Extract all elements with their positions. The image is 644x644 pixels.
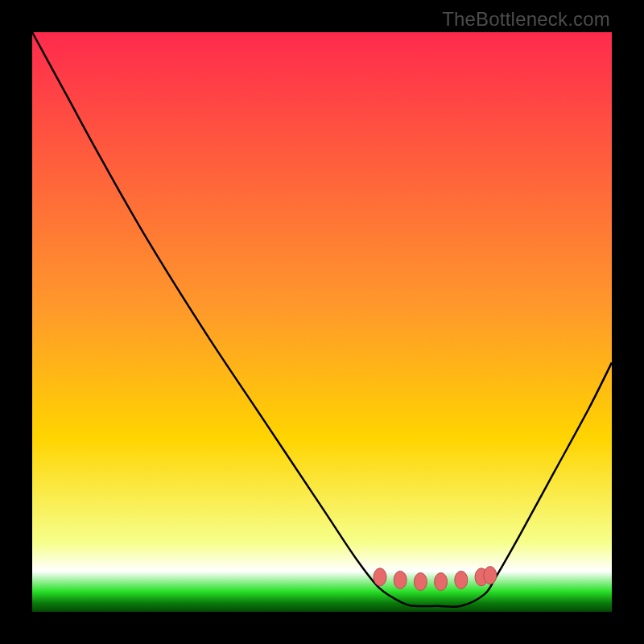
plot-area: [32, 32, 612, 612]
watermark-text: TheBottleneck.com: [442, 8, 610, 31]
marker-dot: [435, 573, 448, 591]
marker-dot: [394, 571, 407, 588]
marker-dot: [455, 571, 468, 588]
v-curve-chart: [32, 32, 612, 612]
chart-frame: TheBottleneck.com: [0, 0, 644, 644]
marker-dot: [374, 568, 386, 586]
marker-dot: [414, 573, 427, 591]
marker-dot: [484, 567, 497, 584]
